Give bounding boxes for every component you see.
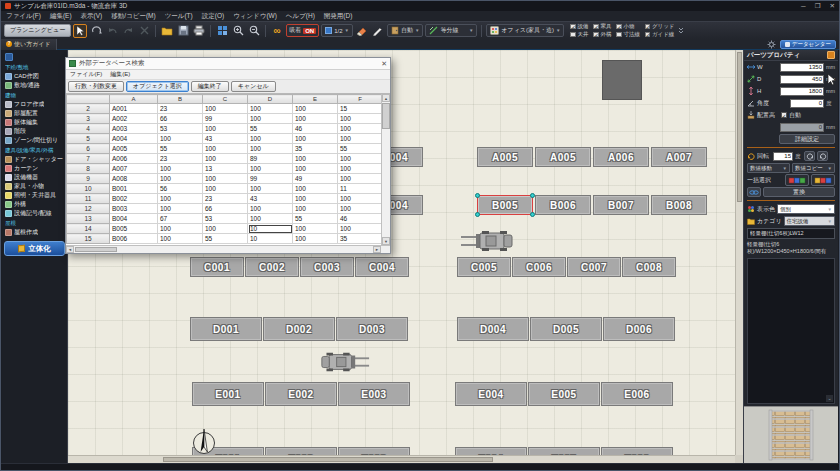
row-number[interactable]: 10 <box>67 184 110 194</box>
table-cell[interactable]: 100 <box>338 194 383 204</box>
zoom-in-button[interactable] <box>231 24 245 38</box>
sidebar-item[interactable]: 階段 <box>4 127 65 136</box>
auto-fitting-dropdown[interactable]: 自動 ▼ <box>387 24 423 37</box>
checkbox-checked[interactable]: ✓ <box>593 24 599 30</box>
table-cell[interactable]: 55 <box>293 214 338 224</box>
table-cell[interactable]: A007 <box>110 164 158 174</box>
table-cell[interactable]: 100 <box>248 184 293 194</box>
table-cell[interactable]: 43 <box>203 134 248 144</box>
sidebar-item[interactable]: 敷地/通路 <box>4 81 65 90</box>
snap-toggle-button[interactable]: 吸着 ON <box>286 24 319 37</box>
sidebar-item[interactable]: 家具・小物 <box>4 182 65 191</box>
scrollbar-thumb[interactable] <box>163 457 493 462</box>
forklift-icon[interactable] <box>320 350 370 374</box>
checkbox-checked[interactable]: ✓ <box>570 24 576 30</box>
table-cell[interactable]: 100 <box>293 194 338 204</box>
table-cell[interactable]: 100 <box>203 154 248 164</box>
row-number[interactable]: 14 <box>67 224 110 234</box>
table-cell[interactable]: 100 <box>293 154 338 164</box>
table-cell[interactable]: A006 <box>110 154 158 164</box>
table-cell[interactable]: 11 <box>338 184 383 194</box>
table-cell[interactable]: 23 <box>203 194 248 204</box>
table-cell[interactable]: A008 <box>110 174 158 184</box>
sidebar-item[interactable]: CAD作図 <box>4 72 65 81</box>
undo-button[interactable] <box>105 24 119 38</box>
pillar-obstacle[interactable] <box>602 60 642 100</box>
scroll-down-arrow[interactable]: ▼ <box>382 237 390 245</box>
layer-checkbox[interactable]: 天井 <box>570 31 588 38</box>
sidebar-item[interactable]: ゾーン/間仕切り <box>4 136 65 145</box>
rack-B006[interactable]: B006 <box>535 195 591 215</box>
scroll-up-arrow[interactable]: ▲ <box>382 94 390 102</box>
rotate-view-button[interactable] <box>89 24 103 38</box>
layer-checkbox[interactable]: ✓グリッド <box>645 23 675 30</box>
layer-checkbox[interactable]: ✓家具 <box>593 23 611 30</box>
table-cell[interactable]: 23 <box>158 154 203 164</box>
dialog-close-button[interactable]: ✕ <box>381 60 387 67</box>
more-layers-button[interactable] <box>676 25 686 37</box>
canvas-vertical-scrollbar[interactable] <box>735 50 743 455</box>
table-cell[interactable]: 100 <box>248 164 293 174</box>
panel-options-icon[interactable] <box>827 51 835 59</box>
scrollbar-thumb[interactable] <box>382 103 390 129</box>
table-cell[interactable]: 100 <box>338 224 383 234</box>
rack-E004[interactable]: E004 <box>455 382 527 406</box>
object-select-button[interactable]: オブジェクト選択 <box>126 81 189 92</box>
rack-E003[interactable]: E003 <box>338 382 410 406</box>
table-cell[interactable]: 100 <box>158 164 203 174</box>
rotate-angle-field[interactable] <box>773 152 793 161</box>
table-cell[interactable]: A002 <box>110 114 158 124</box>
rack-C002[interactable]: C002 <box>245 257 299 277</box>
selection-handle[interactable] <box>475 212 480 217</box>
rotate-ccw-button[interactable] <box>804 151 815 161</box>
table-cell[interactable]: 100 <box>203 184 248 194</box>
rack-C004[interactable]: C004 <box>355 257 409 277</box>
row-number[interactable]: 9 <box>67 174 110 184</box>
checkbox-checked[interactable]: ✓ <box>645 32 651 38</box>
column-header[interactable]: B <box>158 95 203 104</box>
checkbox-unchecked[interactable] <box>616 32 622 38</box>
table-cell[interactable]: 55 <box>203 234 248 244</box>
row-number[interactable]: 13 <box>67 214 110 224</box>
table-cell[interactable]: 66 <box>203 204 248 214</box>
table-cell[interactable]: 100 <box>293 184 338 194</box>
minimize-button[interactable]: ─ <box>801 3 806 10</box>
table-cell[interactable]: 55 <box>158 144 203 154</box>
table-cell[interactable]: 100 <box>248 204 293 214</box>
table-cell[interactable]: 100 <box>248 134 293 144</box>
table-cell[interactable]: 23 <box>158 104 203 114</box>
row-number[interactable]: 8 <box>67 164 110 174</box>
external-database-dialog[interactable]: 外部データベース検索 ✕ ファイル(F)編集(E) 行数・列数変更オブジェクト選… <box>65 57 391 254</box>
make-3d-button[interactable]: 立体化 <box>4 241 65 256</box>
row-number[interactable]: 6 <box>67 144 110 154</box>
detail-settings-button[interactable]: 詳細設定 <box>779 134 835 144</box>
table-cell[interactable]: 100 <box>158 204 203 214</box>
column-header[interactable]: E <box>293 95 338 104</box>
checkbox-checked[interactable]: ✓ <box>616 24 622 30</box>
table-cell[interactable]: 100 <box>293 234 338 244</box>
rack-A006[interactable]: A006 <box>593 147 649 167</box>
table-cell[interactable]: A003 <box>110 124 158 134</box>
sidebar-item[interactable]: 設備記号/配線 <box>4 209 65 218</box>
table-cell[interactable]: 55 <box>338 144 383 154</box>
rack-B008[interactable]: B008 <box>651 195 707 215</box>
table-cell[interactable]: B006 <box>110 234 158 244</box>
checkbox-checked[interactable]: ✓ <box>645 24 651 30</box>
finish-edit-button[interactable]: 編集終了 <box>191 81 229 92</box>
rack-C001[interactable]: C001 <box>190 257 244 277</box>
delete-button[interactable] <box>137 24 151 38</box>
bulk-select-all-button[interactable] <box>811 174 835 186</box>
sidebar-item[interactable]: フロア作成 <box>4 100 65 109</box>
table-cell[interactable]: 100 <box>293 224 338 234</box>
sidebar-item[interactable]: 照明・天井器具 <box>4 191 65 200</box>
column-header[interactable]: C <box>203 95 248 104</box>
rack-D004[interactable]: D004 <box>457 317 529 341</box>
forklift-icon[interactable] <box>460 230 514 252</box>
rack-E002[interactable]: E002 <box>265 382 337 406</box>
selected-cell[interactable]: 10 <box>248 224 293 234</box>
table-cell[interactable]: 46 <box>338 214 383 224</box>
rotate-cw-button[interactable] <box>817 151 828 161</box>
row-number[interactable]: 7 <box>67 154 110 164</box>
fit-view-button[interactable] <box>215 24 229 38</box>
rack-A007[interactable]: A007 <box>651 147 707 167</box>
